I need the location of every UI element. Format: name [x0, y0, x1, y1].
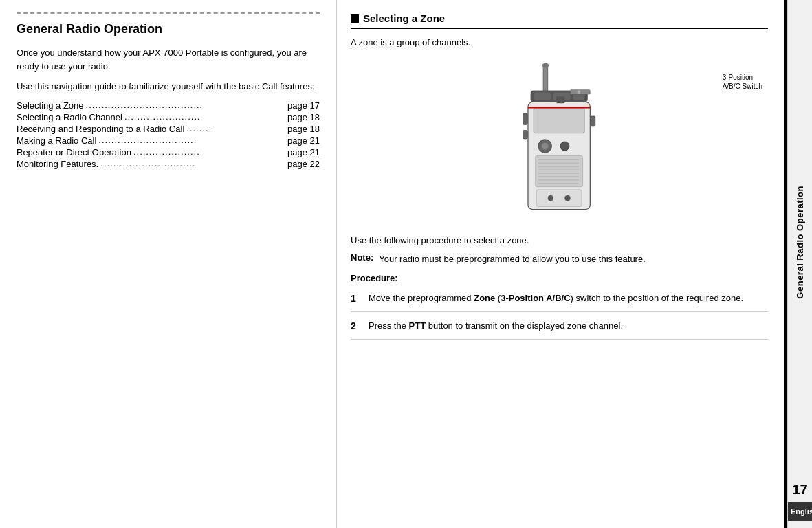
- page-number-container: 17: [788, 477, 813, 502]
- right-section-title: Selecting a Zone: [363, 12, 445, 24]
- toc-list: Selecting a Zone........................…: [17, 100, 320, 169]
- step-1-bold-switch: 3-Position A/B/C: [501, 293, 570, 303]
- toc-page-2: page 18: [287, 124, 320, 134]
- svg-point-13: [560, 142, 569, 151]
- toc-page-4: page 21: [287, 147, 320, 157]
- toc-row-2: Receiving and Responding to a Radio Call…: [17, 124, 320, 134]
- callout-label: 3-Position A/B/C Switch: [723, 73, 762, 91]
- toc-row-0: Selecting a Zone........................…: [17, 100, 320, 111]
- svg-point-7: [578, 90, 581, 94]
- svg-rect-9: [534, 107, 585, 133]
- svg-rect-29: [556, 96, 564, 103]
- svg-rect-14: [523, 113, 528, 124]
- toc-page-0: page 17: [287, 100, 320, 111]
- toc-dots-2: ........: [184, 124, 287, 134]
- svg-point-1: [542, 63, 549, 67]
- toc-row-1: Selecting a Radio Channel...............…: [17, 112, 320, 122]
- right-panel: Selecting a Zone A zone is a group of ch…: [337, 0, 787, 528]
- callout-text-line2: A/B/C Switch: [723, 82, 762, 90]
- svg-rect-10: [528, 107, 590, 108]
- toc-dots-1: ........................: [122, 112, 287, 122]
- vertical-sidebar: General Radio Operation 17 English: [787, 0, 812, 528]
- right-section-title-bar: Selecting a Zone: [351, 12, 768, 29]
- svg-rect-17: [536, 155, 583, 186]
- toc-row-4: Repeater or Direct Operation............…: [17, 147, 320, 157]
- page-number: 17: [792, 482, 807, 498]
- step-1: 1 Move the preprogrammed Zone (3-Positio…: [351, 289, 768, 312]
- step-2-text: Press the PTT button to transmit on the …: [369, 319, 768, 333]
- toc-item-text-4: Repeater or Direct Operation: [17, 147, 131, 157]
- toc-dots-4: .....................: [131, 147, 287, 157]
- english-label: English: [791, 507, 812, 516]
- toc-dots-5: ..............................: [98, 159, 287, 169]
- toc-page-5: page 22: [287, 159, 320, 169]
- svg-rect-26: [537, 189, 582, 206]
- callout-container: 3-Position A/B/C Switch: [723, 73, 762, 91]
- step-2-number: 2: [351, 319, 362, 333]
- toc-row-3: Making a Radio Call.....................…: [17, 135, 320, 146]
- step-1-number: 1: [351, 292, 362, 306]
- sidebar-chapter-title-container: General Radio Operation: [795, 7, 805, 477]
- step-2-bold-ptt: PTT: [409, 320, 426, 331]
- intro-paragraph-1: Once you understand how your APX 7000 Po…: [17, 46, 320, 73]
- toc-dots-3: ...............................: [96, 135, 287, 146]
- intro-paragraph-2: Use this navigation guide to familiarize…: [17, 80, 320, 94]
- procedure-label: Procedure:: [351, 273, 768, 283]
- svg-point-12: [542, 142, 549, 149]
- svg-point-27: [548, 195, 553, 201]
- left-section-title: General Radio Operation: [17, 22, 320, 36]
- note-block: Note: Your radio must be preprogrammed t…: [351, 252, 768, 266]
- svg-point-28: [565, 195, 571, 201]
- step-2: 2 Press the PTT button to transmit on th…: [351, 316, 768, 340]
- english-tab: English: [788, 502, 812, 521]
- svg-rect-16: [591, 116, 595, 126]
- section-indicator-icon: [351, 14, 359, 23]
- toc-page-1: page 18: [287, 112, 320, 122]
- steps-list: 1 Move the preprogrammed Zone (3-Positio…: [351, 289, 768, 340]
- note-text: Your radio must be preprogrammed to allo…: [379, 252, 646, 266]
- step-1-bold-zone: Zone: [474, 293, 495, 303]
- toc-dots-0: .....................................: [84, 100, 287, 111]
- sidebar-chapter-title: General Radio Operation: [795, 186, 805, 299]
- note-label: Note:: [351, 252, 373, 266]
- toc-row-5: Monitoring Features.....................…: [17, 159, 320, 169]
- radio-image-area: 3-Position A/B/C Switch: [351, 59, 768, 224]
- toc-item-text-5: Monitoring Features.: [17, 159, 98, 169]
- toc-item-text-3: Making a Radio Call: [17, 135, 96, 146]
- svg-rect-3: [534, 92, 551, 100]
- step-1-text: Move the preprogrammed Zone (3-Position …: [369, 292, 768, 306]
- zone-description: A zone is a group of channels.: [351, 36, 768, 50]
- svg-rect-15: [523, 130, 528, 138]
- callout-text-line1: 3-Position: [723, 74, 753, 81]
- left-panel: General Radio Operation Once you underst…: [0, 0, 337, 528]
- dotted-divider: [17, 12, 320, 14]
- svg-rect-0: [544, 63, 549, 91]
- toc-item-text-0: Selecting a Zone: [17, 100, 84, 111]
- toc-page-3: page 21: [287, 135, 320, 146]
- radio-illustration: [503, 63, 615, 221]
- toc-item-text-1: Selecting a Radio Channel: [17, 112, 122, 122]
- procedure-intro-text: Use the following procedure to select a …: [351, 234, 768, 248]
- toc-item-text-2: Receiving and Responding to a Radio Call: [17, 124, 184, 134]
